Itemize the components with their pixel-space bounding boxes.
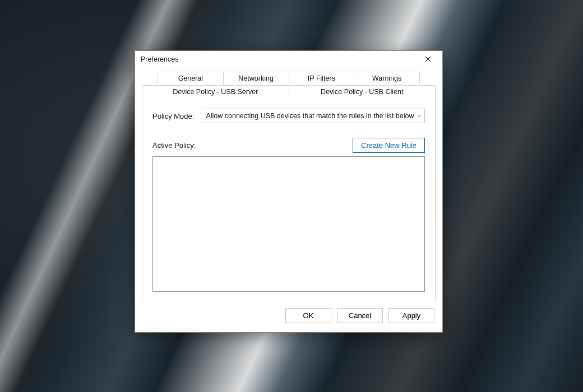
tab-networking[interactable]: Networking bbox=[224, 72, 289, 85]
active-policy-header: Active Policy: Create New Rule bbox=[152, 138, 425, 153]
tab-panel: Policy Mode: Allow connecting USB device… bbox=[142, 98, 436, 301]
dialog-body: General Networking IP Filters Warnings D… bbox=[135, 72, 442, 332]
policy-mode-row: Policy Mode: Allow connecting USB device… bbox=[152, 109, 425, 123]
create-new-rule-button[interactable]: Create New Rule bbox=[353, 138, 425, 153]
ok-button[interactable]: OK bbox=[285, 308, 331, 323]
tab-general[interactable]: General bbox=[158, 72, 224, 85]
dialog-button-row: OK Cancel Apply bbox=[135, 301, 442, 329]
tab-ip-filters[interactable]: IP Filters bbox=[289, 72, 355, 85]
policy-mode-select[interactable]: Allow connecting USB devices that match … bbox=[201, 109, 425, 123]
chevron-down-icon bbox=[417, 114, 422, 119]
preferences-dialog: Preferences General Networking IP Filter… bbox=[135, 50, 443, 333]
close-icon bbox=[425, 55, 431, 64]
policy-mode-label: Policy Mode: bbox=[152, 112, 194, 120]
cancel-button[interactable]: Cancel bbox=[337, 308, 383, 323]
apply-button[interactable]: Apply bbox=[388, 308, 434, 323]
active-policy-list[interactable] bbox=[152, 156, 425, 292]
tab-warnings[interactable]: Warnings bbox=[354, 72, 420, 85]
tab-device-policy-usb-server[interactable]: Device Policy - USB Server bbox=[142, 85, 289, 99]
tab-strip: General Networking IP Filters Warnings D… bbox=[142, 72, 436, 301]
tab-device-policy-usb-client[interactable]: Device Policy - USB Client bbox=[289, 85, 436, 99]
close-button[interactable] bbox=[417, 52, 439, 67]
policy-mode-selected-value: Allow connecting USB devices that match … bbox=[206, 112, 414, 120]
titlebar: Preferences bbox=[135, 51, 442, 68]
active-policy-label: Active Policy: bbox=[152, 141, 196, 150]
window-title: Preferences bbox=[141, 55, 178, 63]
